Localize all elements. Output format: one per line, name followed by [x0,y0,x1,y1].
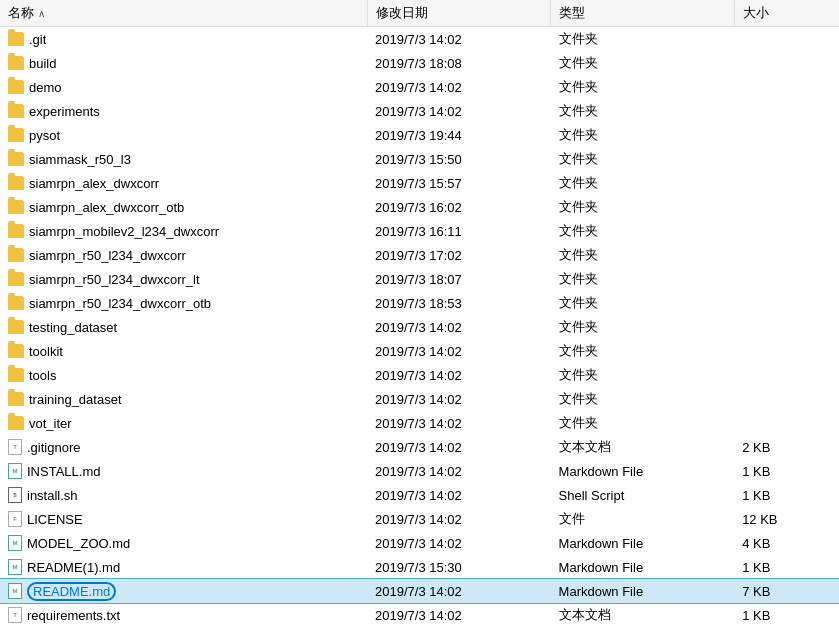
file-date: 2019/7/3 14:02 [367,411,551,435]
file-size [734,99,839,123]
table-row[interactable]: experiments2019/7/3 14:02文件夹 [0,99,839,123]
file-name-cell: testing_dataset [0,315,367,339]
file-size: 1 KB [734,555,839,579]
file-size [734,363,839,387]
file-name-cell: siammask_r50_l3 [0,147,367,171]
file-size [734,411,839,435]
table-row[interactable]: vot_iter2019/7/3 14:02文件夹 [0,411,839,435]
col-header-date[interactable]: 修改日期 [367,0,551,27]
file-date: 2019/7/3 15:57 [367,171,551,195]
table-row[interactable]: T.gitignore2019/7/3 14:02文本文档2 KB [0,435,839,459]
folder-icon [8,152,24,166]
file-name: .gitignore [27,440,80,455]
folder-icon [8,56,24,70]
file-name-cell: .git [0,27,367,51]
file-name: siamrpn_alex_dwxcorr_otb [29,200,184,215]
file-name-cell: MINSTALL.md [0,459,367,483]
table-row[interactable]: training_dataset2019/7/3 14:02文件夹 [0,387,839,411]
file-date: 2019/7/3 18:08 [367,51,551,75]
markdown-icon: M [8,535,22,551]
file-date: 2019/7/3 18:53 [367,291,551,315]
table-row[interactable]: Trequirements.txt2019/7/3 14:02文本文档1 KB [0,603,839,627]
file-size [734,267,839,291]
file-type: 文件夹 [551,195,735,219]
file-date: 2019/7/3 14:02 [367,99,551,123]
table-row[interactable]: $install.sh2019/7/3 14:02Shell Script1 K… [0,483,839,507]
table-row[interactable]: siamrpn_r50_l234_dwxcorr2019/7/3 17:02文件… [0,243,839,267]
table-row[interactable]: testing_dataset2019/7/3 14:02文件夹 [0,315,839,339]
file-type: 文件夹 [551,387,735,411]
folder-icon [8,368,24,382]
file-type: 文件夹 [551,315,735,339]
col-date-label: 修改日期 [376,5,428,20]
file-date: 2019/7/3 14:02 [367,579,551,603]
file-size: 1 KB [734,603,839,627]
col-header-type[interactable]: 类型 [551,0,735,27]
file-size: 1 KB [734,459,839,483]
file-type: 文件夹 [551,411,735,435]
file-type: 文件夹 [551,219,735,243]
file-name-cell: training_dataset [0,387,367,411]
file-name-cell: siamrpn_r50_l234_dwxcorr_lt [0,267,367,291]
table-row[interactable]: tools2019/7/3 14:02文件夹 [0,363,839,387]
file-name: siamrpn_mobilev2_l234_dwxcorr [29,224,219,239]
file-size [734,315,839,339]
col-type-label: 类型 [559,5,585,20]
col-header-name[interactable]: 名称 ∧ [0,0,367,27]
file-type: Markdown File [551,459,735,483]
folder-icon [8,392,24,406]
table-row[interactable]: siamrpn_mobilev2_l234_dwxcorr2019/7/3 16… [0,219,839,243]
table-row[interactable]: demo2019/7/3 14:02文件夹 [0,75,839,99]
col-header-size[interactable]: 大小 [734,0,839,27]
file-size [734,219,839,243]
file-name: siamrpn_r50_l234_dwxcorr_otb [29,296,211,311]
table-row[interactable]: MINSTALL.md2019/7/3 14:02Markdown File1 … [0,459,839,483]
table-row[interactable]: MMODEL_ZOO.md2019/7/3 14:02Markdown File… [0,531,839,555]
table-row[interactable]: MREADME.md2019/7/3 14:02Markdown File7 K… [0,579,839,603]
file-date: 2019/7/3 14:02 [367,531,551,555]
table-row[interactable]: MREADME(1).md2019/7/3 15:30Markdown File… [0,555,839,579]
file-name: siamrpn_r50_l234_dwxcorr [29,248,186,263]
file-type: 文件夹 [551,243,735,267]
file-date: 2019/7/3 14:02 [367,27,551,52]
file-date: 2019/7/3 16:11 [367,219,551,243]
file-date: 2019/7/3 14:02 [367,387,551,411]
file-type: 文件夹 [551,267,735,291]
file-type: Markdown File [551,555,735,579]
table-row[interactable]: siammask_r50_l32019/7/3 15:50文件夹 [0,147,839,171]
col-name-label: 名称 [8,5,34,20]
file-name: siamrpn_r50_l234_dwxcorr_lt [29,272,200,287]
table-row[interactable]: FLICENSE2019/7/3 14:02文件12 KB [0,507,839,531]
file-size [734,243,839,267]
file-name-cell: Trequirements.txt [0,603,367,627]
table-row[interactable]: build2019/7/3 18:08文件夹 [0,51,839,75]
table-row[interactable]: siamrpn_alex_dwxcorr_otb2019/7/3 16:02文件… [0,195,839,219]
table-row[interactable]: pysot2019/7/3 19:44文件夹 [0,123,839,147]
file-date: 2019/7/3 14:02 [367,339,551,363]
table-row[interactable]: .git2019/7/3 14:02文件夹 [0,27,839,52]
file-date: 2019/7/3 14:02 [367,507,551,531]
table-row[interactable]: siamrpn_alex_dwxcorr2019/7/3 15:57文件夹 [0,171,839,195]
file-name: siammask_r50_l3 [29,152,131,167]
file-size: 12 KB [734,507,839,531]
markdown-icon: M [8,463,22,479]
file-name-cell: demo [0,75,367,99]
file-date: 2019/7/3 17:02 [367,243,551,267]
file-type: Markdown File [551,531,735,555]
file-date: 2019/7/3 14:02 [367,483,551,507]
file-name: siamrpn_alex_dwxcorr [29,176,159,191]
file-size [734,147,839,171]
file-name-cell: FLICENSE [0,507,367,531]
file-name: build [29,56,56,71]
table-row[interactable]: siamrpn_r50_l234_dwxcorr_lt2019/7/3 18:0… [0,267,839,291]
file-name: pysot [29,128,60,143]
table-row[interactable]: siamrpn_r50_l234_dwxcorr_otb2019/7/3 18:… [0,291,839,315]
file-date: 2019/7/3 15:30 [367,555,551,579]
shell-icon: $ [8,487,22,503]
file-explorer[interactable]: 名称 ∧ 修改日期 类型 大小 .git2019/7/3 14:02文件夹bui… [0,0,839,628]
file-type: 文本文档 [551,603,735,627]
file-size [734,123,839,147]
file-date: 2019/7/3 19:44 [367,123,551,147]
file-name: .git [29,32,46,47]
table-row[interactable]: toolkit2019/7/3 14:02文件夹 [0,339,839,363]
